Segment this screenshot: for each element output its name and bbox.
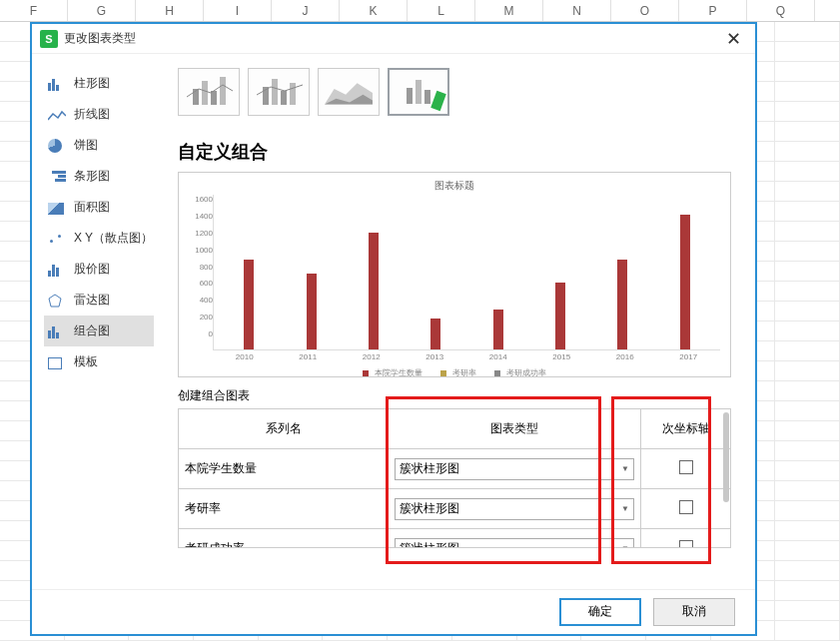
secondary-axis-checkbox[interactable] xyxy=(679,540,693,548)
title-bar: 更改图表类型 ✕ xyxy=(32,24,755,54)
combo-subtype-custom[interactable] xyxy=(388,68,449,116)
sidebar-item-label: 雷达图 xyxy=(74,292,110,309)
sidebar-item-radar[interactable]: 雷达图 xyxy=(44,285,162,316)
sidebar-item-column[interactable]: 柱形图 xyxy=(44,68,162,99)
line-chart-icon xyxy=(48,108,66,122)
col-header[interactable]: J xyxy=(272,0,340,21)
secondary-axis-checkbox[interactable] xyxy=(679,460,693,474)
series-config-table: 系列名 图表类型 次坐标轴 本院学生数量 簇状柱形图▼ 考研率 簇状柱形图▼ xyxy=(178,408,731,548)
sidebar-item-label: 股价图 xyxy=(74,261,110,278)
col-header[interactable]: H xyxy=(136,0,204,21)
secondary-axis-checkbox[interactable] xyxy=(679,500,693,514)
sidebar-item-bar[interactable]: 条形图 xyxy=(44,161,162,192)
sidebar-item-label: 折线图 xyxy=(74,106,110,123)
combo-subtype-1[interactable] xyxy=(178,68,240,116)
col-header[interactable]: P xyxy=(679,0,747,21)
table-row: 本院学生数量 簇状柱形图▼ xyxy=(179,449,731,489)
sidebar-item-label: 条形图 xyxy=(74,168,110,185)
sidebar-item-label: 饼图 xyxy=(74,137,98,154)
dialog-title: 更改图表类型 xyxy=(64,30,136,47)
bar-chart-icon xyxy=(48,170,66,184)
scrollbar[interactable] xyxy=(723,412,729,502)
chart-legend: 本院学生数量 考研率 考研成功率 xyxy=(189,367,720,378)
chart-type-sidebar: 柱形图 折线图 饼图 条形图 面积图 X Y（散点图） 股价图 雷达图 组合图 … xyxy=(32,54,162,589)
ok-button[interactable]: 确定 xyxy=(559,598,641,626)
plot-area xyxy=(213,195,720,350)
header-chart-type: 图表类型 xyxy=(389,409,641,449)
col-header[interactable]: K xyxy=(340,0,408,21)
pencil-icon xyxy=(430,91,446,111)
table-row: 考研率 簇状柱形图▼ xyxy=(179,489,731,529)
column-chart-icon xyxy=(48,77,66,91)
app-icon xyxy=(40,30,58,48)
combo-chart-icon xyxy=(48,324,66,338)
section-title: 自定义组合 xyxy=(178,140,731,164)
sidebar-item-stock[interactable]: 股价图 xyxy=(44,254,162,285)
col-header[interactable]: M xyxy=(475,0,543,21)
sidebar-item-label: 柱形图 xyxy=(74,75,110,92)
col-header[interactable]: G xyxy=(68,0,136,21)
chart-type-select[interactable]: 簇状柱形图▼ xyxy=(395,498,634,520)
pie-chart-icon xyxy=(48,139,66,153)
table-row: 考研成功率 簇状柱形图▼ xyxy=(179,529,731,549)
col-header[interactable]: N xyxy=(543,0,611,21)
header-secondary-axis: 次坐标轴 xyxy=(641,409,731,449)
chevron-down-icon: ▼ xyxy=(621,504,629,513)
sidebar-item-label: 组合图 xyxy=(74,322,110,339)
y-axis: 16001400120010008006004002000 xyxy=(189,195,213,350)
col-header[interactable]: O xyxy=(611,0,679,21)
scatter-chart-icon xyxy=(48,232,66,246)
chevron-down-icon: ▼ xyxy=(621,544,629,548)
chevron-down-icon: ▼ xyxy=(621,464,629,473)
col-header[interactable]: F xyxy=(0,0,68,21)
area-chart-icon xyxy=(48,201,66,215)
dialog-footer: 确定 取消 xyxy=(32,589,755,633)
svg-marker-0 xyxy=(49,295,61,307)
series-name-cell: 本院学生数量 xyxy=(179,449,389,489)
chart-type-select[interactable]: 簇状柱形图▼ xyxy=(395,538,634,549)
sidebar-item-label: X Y（散点图） xyxy=(74,230,153,247)
template-icon xyxy=(48,355,66,369)
series-name-cell: 考研率 xyxy=(179,489,389,529)
sidebar-item-area[interactable]: 面积图 xyxy=(44,192,162,223)
chart-type-select[interactable]: 簇状柱形图▼ xyxy=(395,458,634,480)
chart-preview: 图表标题 16001400120010008006004002000 20102… xyxy=(178,172,731,377)
sidebar-item-scatter[interactable]: X Y（散点图） xyxy=(44,223,162,254)
change-chart-type-dialog: 更改图表类型 ✕ 柱形图 折线图 饼图 条形图 面积图 X Y（散点图） 股价图… xyxy=(30,22,757,636)
main-panel: 自定义组合 图表标题 16001400120010008006004002000… xyxy=(162,54,755,589)
col-header[interactable]: L xyxy=(408,0,475,21)
col-header[interactable]: I xyxy=(204,0,272,21)
sidebar-item-template[interactable]: 模板 xyxy=(44,346,162,377)
header-series: 系列名 xyxy=(179,409,389,449)
sidebar-item-pie[interactable]: 饼图 xyxy=(44,130,162,161)
sidebar-item-label: 模板 xyxy=(74,353,98,370)
combo-subtype-row xyxy=(178,68,731,116)
column-headers: F G H I J K L M N O P Q xyxy=(0,0,840,22)
sidebar-item-label: 面积图 xyxy=(74,199,110,216)
combo-table-label: 创建组合图表 xyxy=(178,387,731,404)
combo-subtype-3[interactable] xyxy=(318,68,380,116)
combo-subtype-2[interactable] xyxy=(248,68,310,116)
x-axis: 20102011201220132014201520162017 xyxy=(213,352,720,361)
sidebar-item-line[interactable]: 折线图 xyxy=(44,99,162,130)
col-header[interactable]: Q xyxy=(747,0,815,21)
radar-chart-icon xyxy=(48,294,66,308)
sidebar-item-combo[interactable]: 组合图 xyxy=(44,316,154,346)
chart-title: 图表标题 xyxy=(189,179,720,193)
close-icon[interactable]: ✕ xyxy=(720,28,747,50)
series-name-cell: 考研成功率 xyxy=(179,529,389,549)
cancel-button[interactable]: 取消 xyxy=(653,598,735,626)
stock-chart-icon xyxy=(48,263,66,277)
